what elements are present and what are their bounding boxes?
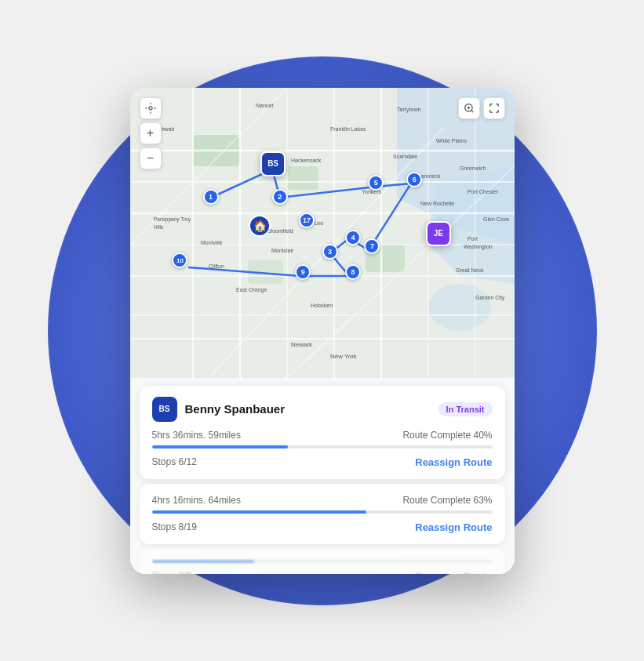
- location-button[interactable]: [140, 97, 162, 119]
- svg-text:New Rochelle: New Rochelle: [420, 201, 454, 206]
- stops-text-1: Stops 6/12: [152, 456, 197, 467]
- svg-text:Glen Cove: Glen Cove: [483, 216, 509, 222]
- progress-bar-1: [152, 445, 493, 449]
- reassign-button-3[interactable]: Reassign Route: [415, 571, 492, 574]
- map-controls-left: + −: [140, 97, 162, 169]
- driver-name-header-1: BS Benny Spanbauer: [152, 397, 286, 422]
- time-distance-2: 4hrs 16mins. 64miles: [152, 495, 241, 506]
- svg-text:New York: New York: [330, 353, 358, 360]
- map-controls-right: [458, 97, 505, 119]
- svg-text:Port: Port: [468, 236, 478, 242]
- reassign-button-1[interactable]: Reassign Route: [415, 456, 492, 468]
- progress-bar-fill-3: [152, 560, 254, 563]
- svg-text:Scarsdale: Scarsdale: [393, 154, 417, 159]
- svg-text:Greenwich: Greenwich: [460, 165, 486, 171]
- svg-rect-3: [287, 166, 318, 190]
- svg-text:Hackensack: Hackensack: [291, 158, 322, 163]
- stop-marker-2[interactable]: 2: [272, 189, 288, 205]
- progress-bar-3: [152, 560, 493, 563]
- progress-bar-fill-2: [152, 510, 366, 514]
- zoom-in-button[interactable]: +: [140, 122, 162, 144]
- minus-icon: −: [147, 151, 154, 165]
- driver-marker-bs[interactable]: BS: [260, 151, 286, 176]
- reassign-button-2[interactable]: Reassign Route: [415, 521, 492, 533]
- svg-text:Hoboken: Hoboken: [311, 303, 333, 308]
- svg-text:Nanuet: Nanuet: [256, 103, 274, 108]
- stops-text-2: Stops 8/19: [152, 521, 197, 532]
- plus-icon: +: [147, 126, 154, 140]
- fullscreen-button[interactable]: [483, 97, 505, 119]
- svg-text:Clifton: Clifton: [209, 263, 224, 269]
- svg-point-51: [149, 107, 152, 110]
- driver-card-3: Stops 3/9 Reassign Route: [140, 549, 505, 574]
- route-complete-2: Route Complete 63%: [402, 495, 492, 506]
- driver-card-1-footer: Stops 6/12 Reassign Route: [152, 456, 493, 468]
- progress-bar-2: [152, 510, 493, 514]
- svg-text:Montville: Montville: [201, 240, 223, 245]
- driver-card-2: 4hrs 16mins. 64miles Route Complete 63% …: [140, 484, 505, 544]
- svg-text:East Orange: East Orange: [236, 287, 267, 293]
- svg-text:Great Neck: Great Neck: [456, 267, 484, 273]
- svg-text:Garden City: Garden City: [475, 295, 505, 301]
- driver-avatar-bs: BS: [152, 397, 177, 422]
- main-window: Mahwah Nanuet Tarrytown Franklin Lakes W…: [130, 88, 515, 574]
- driver-marker-je[interactable]: JE: [426, 221, 451, 246]
- route-badge-17: 17: [299, 212, 315, 228]
- bottom-panel: BS Benny Spanbauer In Transit 5hrs 36min…: [130, 378, 515, 574]
- stop-marker-5[interactable]: 5: [368, 175, 384, 191]
- stops-text-3: Stops 3/9: [152, 571, 192, 574]
- driver-card-2-footer: Stops 8/19 Reassign Route: [152, 521, 493, 533]
- time-distance-1: 5hrs 36mins. 59miles: [152, 430, 241, 441]
- map-svg: Mahwah Nanuet Tarrytown Franklin Lakes W…: [130, 88, 515, 378]
- svg-text:Washington: Washington: [464, 244, 493, 250]
- stop-marker-6[interactable]: 6: [406, 172, 422, 187]
- svg-text:Tarrytown: Tarrytown: [397, 107, 420, 113]
- zoom-button[interactable]: [458, 97, 480, 119]
- svg-text:Port Chester: Port Chester: [468, 189, 499, 194]
- zoom-out-button[interactable]: −: [140, 147, 162, 169]
- driver-card-1-header: BS Benny Spanbauer In Transit: [152, 397, 493, 422]
- progress-bar-fill-1: [152, 445, 289, 449]
- svg-text:Montclair: Montclair: [271, 248, 294, 253]
- driver-name-1: Benny Spanbauer: [185, 402, 286, 416]
- stop-marker-3[interactable]: 3: [322, 244, 338, 260]
- driver-stats-2: 4hrs 16mins. 64miles Route Complete 63%: [152, 495, 493, 506]
- driver-card-1: BS Benny Spanbauer In Transit 5hrs 36min…: [140, 386, 505, 479]
- svg-text:Franklin Lakes: Franklin Lakes: [330, 126, 366, 132]
- svg-text:Parsippany Troy: Parsippany Troy: [154, 216, 191, 223]
- svg-text:Newark: Newark: [291, 341, 313, 348]
- map-area: Mahwah Nanuet Tarrytown Franklin Lakes W…: [130, 88, 515, 378]
- svg-text:White Plains: White Plains: [436, 138, 467, 143]
- driver-stats-1: 5hrs 36mins. 59miles Route Complete 40%: [152, 430, 493, 441]
- status-badge-1: In Transit: [438, 402, 493, 416]
- svg-text:Bloomfield: Bloomfield: [267, 228, 293, 234]
- route-complete-1: Route Complete 40%: [402, 430, 492, 441]
- svg-text:Hills: Hills: [154, 224, 164, 230]
- svg-point-1: [428, 284, 491, 331]
- stop-marker-1[interactable]: 1: [203, 189, 219, 205]
- driver-card-3-footer: Stops 3/9 Reassign Route: [152, 571, 493, 574]
- stop-marker-4[interactable]: 4: [345, 230, 361, 245]
- stop-marker-8[interactable]: 8: [345, 264, 361, 280]
